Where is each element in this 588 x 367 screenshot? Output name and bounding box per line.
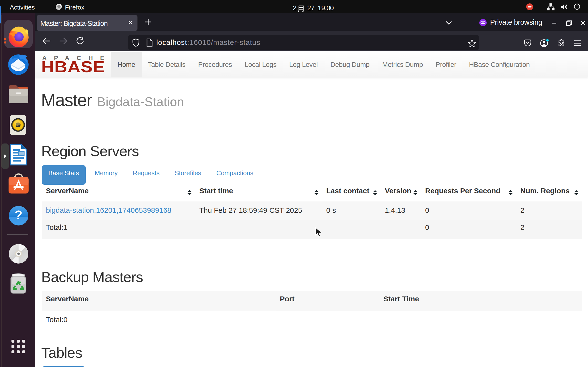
svg-text:?: ? [15, 208, 22, 222]
